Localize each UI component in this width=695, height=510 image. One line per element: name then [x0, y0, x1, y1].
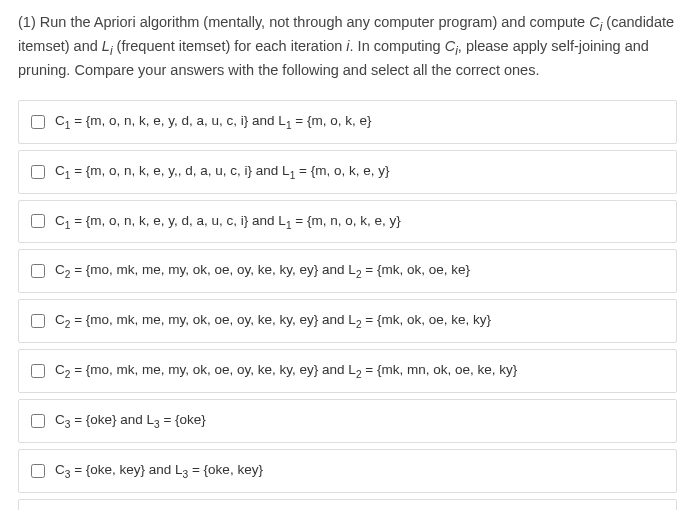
option-row-7[interactable]: C3 = {oke} and L3 = {oke} — [18, 399, 677, 443]
option-label-6: C2 = {mo, mk, me, my, ok, oe, oy, ke, ky… — [55, 360, 664, 382]
option-label-3: C1 = {m, o, n, k, e, y, d, a, u, c, i} a… — [55, 211, 664, 233]
option-label-4: C2 = {mo, mk, me, my, ok, oe, oy, ke, ky… — [55, 260, 664, 282]
option-label-2: C1 = {m, o, n, k, e, y,, d, a, u, c, i} … — [55, 161, 664, 183]
option-checkbox-2[interactable] — [31, 165, 45, 179]
option-checkbox-6[interactable] — [31, 364, 45, 378]
option-row-3[interactable]: C1 = {m, o, n, k, e, y, d, a, u, c, i} a… — [18, 200, 677, 244]
option-row-8[interactable]: C3 = {oke, key} and L3 = {oke, key} — [18, 449, 677, 493]
option-checkbox-7[interactable] — [31, 414, 45, 428]
option-row-9[interactable]: C3 = {oke, key} and L3 = {oke} — [18, 499, 677, 510]
option-row-2[interactable]: C1 = {m, o, n, k, e, y,, d, a, u, c, i} … — [18, 150, 677, 194]
option-row-1[interactable]: C1 = {m, o, n, k, e, y, d, a, u, c, i} a… — [18, 100, 677, 144]
option-checkbox-4[interactable] — [31, 264, 45, 278]
option-checkbox-5[interactable] — [31, 314, 45, 328]
option-row-6[interactable]: C2 = {mo, mk, me, my, ok, oe, oy, ke, ky… — [18, 349, 677, 393]
option-label-5: C2 = {mo, mk, me, my, ok, oe, oy, ke, ky… — [55, 310, 664, 332]
option-checkbox-1[interactable] — [31, 115, 45, 129]
option-checkbox-3[interactable] — [31, 214, 45, 228]
option-row-5[interactable]: C2 = {mo, mk, me, my, ok, oe, oy, ke, ky… — [18, 299, 677, 343]
option-label-7: C3 = {oke} and L3 = {oke} — [55, 410, 664, 432]
option-label-1: C1 = {m, o, n, k, e, y, d, a, u, c, i} a… — [55, 111, 664, 133]
option-checkbox-8[interactable] — [31, 464, 45, 478]
question-prompt: (1) Run the Apriori algorithm (mentally,… — [18, 12, 677, 82]
option-row-4[interactable]: C2 = {mo, mk, me, my, ok, oe, oy, ke, ky… — [18, 249, 677, 293]
option-label-8: C3 = {oke, key} and L3 = {oke, key} — [55, 460, 664, 482]
